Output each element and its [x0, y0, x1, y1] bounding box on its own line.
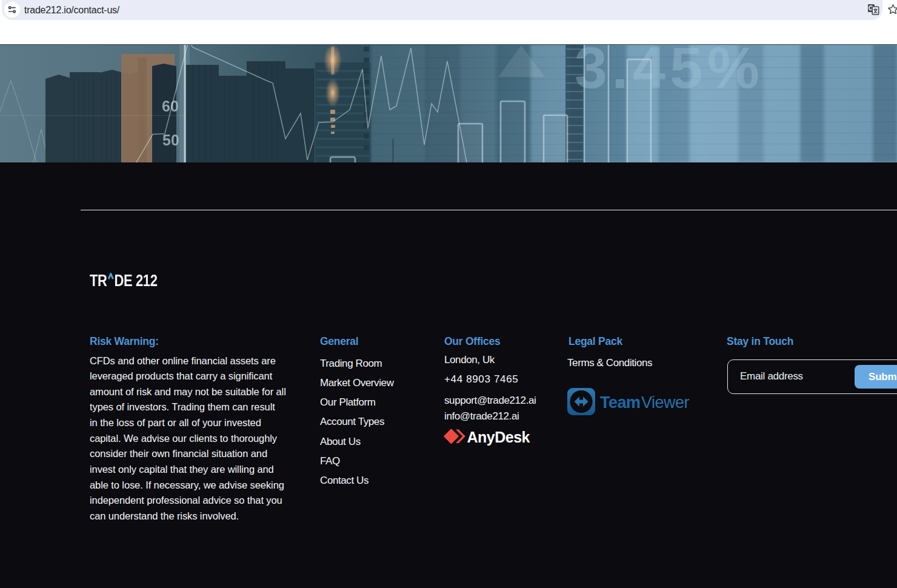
svg-text:Viewer: Viewer — [641, 393, 690, 412]
svg-text:AnyDesk: AnyDesk — [467, 429, 530, 446]
svg-text:Team: Team — [600, 393, 641, 412]
